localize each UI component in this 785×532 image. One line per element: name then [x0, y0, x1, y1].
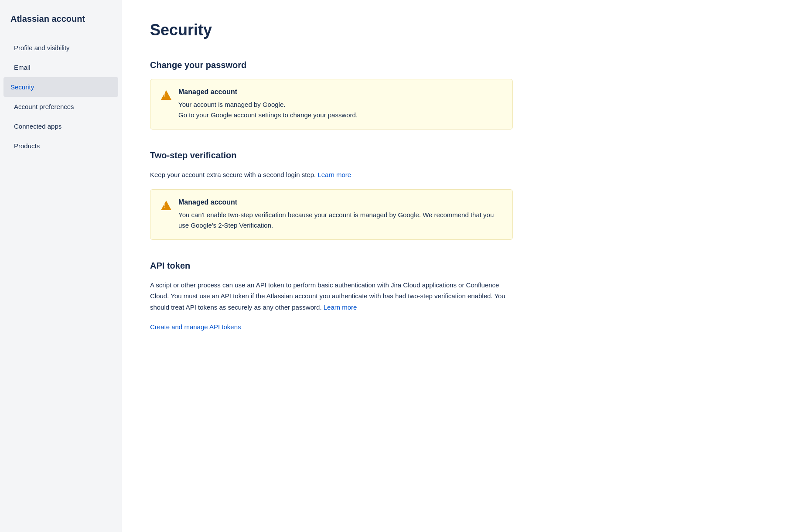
- change-password-title: Change your password: [150, 60, 513, 70]
- sidebar-title: Atlassian account: [0, 14, 122, 38]
- api-token-title: API token: [150, 261, 513, 271]
- change-password-alert-content: Managed account Your account is managed …: [178, 88, 358, 120]
- api-token-learn-more-link[interactable]: Learn more: [324, 304, 357, 311]
- warning-triangle-icon-2: [161, 201, 171, 210]
- warning-icon-two-step: [161, 199, 171, 213]
- two-step-alert: Managed account You can't enable two-ste…: [150, 189, 513, 240]
- section-api-token: API token A script or other process can …: [150, 261, 513, 331]
- page-title: Security: [150, 21, 513, 39]
- api-token-description: A script or other process can use an API…: [150, 280, 513, 313]
- sidebar-item-connected-apps[interactable]: Connected apps: [3, 116, 118, 136]
- change-password-alert-title: Managed account: [178, 88, 358, 96]
- change-password-alert-line1: Your account is managed by Google.: [178, 101, 285, 108]
- two-step-title: Two-step verification: [150, 150, 513, 160]
- sidebar-item-security[interactable]: Security: [3, 77, 118, 97]
- two-step-alert-title: Managed account: [178, 198, 502, 206]
- two-step-alert-body: You can't enable two-step verification b…: [178, 210, 502, 231]
- sidebar-item-profile[interactable]: Profile and visibility: [3, 38, 118, 58]
- main-content: Security Change your password Managed ac…: [122, 0, 541, 532]
- two-step-description-text: Keep your account extra secure with a se…: [150, 171, 316, 178]
- two-step-description: Keep your account extra secure with a se…: [150, 169, 513, 181]
- sidebar-item-email[interactable]: Email: [3, 58, 118, 77]
- two-step-alert-content: Managed account You can't enable two-ste…: [178, 198, 502, 231]
- change-password-alert-body: Your account is managed by Google. Go to…: [178, 99, 358, 120]
- two-step-learn-more-link[interactable]: Learn more: [317, 171, 351, 178]
- sidebar-item-products[interactable]: Products: [3, 136, 118, 156]
- create-manage-api-tokens-link[interactable]: Create and manage API tokens: [150, 323, 241, 331]
- sidebar: Atlassian account Profile and visibility…: [0, 0, 122, 532]
- warning-triangle-icon: [161, 90, 171, 100]
- sidebar-nav: Profile and visibility Email Security Ac…: [0, 38, 122, 156]
- section-change-password: Change your password Managed account You…: [150, 60, 513, 130]
- section-two-step: Two-step verification Keep your account …: [150, 150, 513, 240]
- change-password-alert: Managed account Your account is managed …: [150, 79, 513, 130]
- sidebar-item-account-preferences[interactable]: Account preferences: [3, 97, 118, 116]
- change-password-alert-line2: Go to your Google account settings to ch…: [178, 111, 358, 119]
- warning-icon-password: [161, 89, 171, 102]
